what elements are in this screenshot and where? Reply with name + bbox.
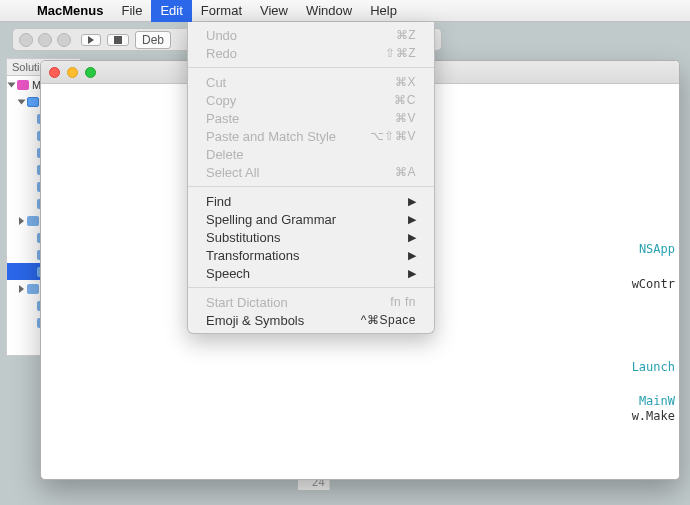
menu-file[interactable]: File bbox=[112, 0, 151, 22]
disclosure-triangle-icon[interactable] bbox=[19, 285, 24, 293]
shortcut-label: ⌘V bbox=[395, 111, 416, 125]
disclosure-triangle-icon[interactable] bbox=[18, 99, 26, 104]
menu-item-substitutions[interactable]: Substitutions▶ bbox=[188, 228, 434, 246]
fld-icon bbox=[27, 216, 39, 226]
window-control-icon[interactable] bbox=[19, 33, 33, 47]
menu-separator bbox=[188, 186, 434, 187]
menu-item-cut: Cut⌘X bbox=[188, 73, 434, 91]
menu-window[interactable]: Window bbox=[297, 0, 361, 22]
submenu-arrow-icon: ▶ bbox=[408, 231, 416, 244]
code-token: Launch bbox=[632, 360, 675, 374]
config-dropdown[interactable]: Deb bbox=[135, 31, 171, 49]
app-name[interactable]: MacMenus bbox=[28, 3, 112, 18]
pink-icon bbox=[17, 80, 29, 90]
menu-item-copy: Copy⌘C bbox=[188, 91, 434, 109]
code-token: NSApp bbox=[639, 242, 675, 256]
menu-item-label: Transformations bbox=[206, 248, 408, 263]
code-token: w.Make bbox=[632, 409, 675, 423]
disclosure-triangle-icon[interactable] bbox=[19, 217, 24, 225]
submenu-arrow-icon: ▶ bbox=[408, 249, 416, 262]
shortcut-label: fn fn bbox=[390, 295, 416, 309]
shortcut-label: ⌘A bbox=[395, 165, 416, 179]
shortcut-label: ⌥⇧⌘V bbox=[370, 129, 416, 143]
shortcut-label: ^⌘Space bbox=[361, 313, 416, 327]
fld-icon bbox=[27, 284, 39, 294]
menu-format[interactable]: Format bbox=[192, 0, 251, 22]
menu-item-paste-and-match-style: Paste and Match Style⌥⇧⌘V bbox=[188, 127, 434, 145]
menu-item-spelling-and-grammar[interactable]: Spelling and Grammar▶ bbox=[188, 210, 434, 228]
edit-dropdown: Undo⌘ZRedo⇧⌘ZCut⌘XCopy⌘CPaste⌘VPaste and… bbox=[187, 22, 435, 334]
config-label: Deb bbox=[142, 33, 164, 47]
code-token: MainW bbox=[639, 394, 675, 408]
menu-item-paste: Paste⌘V bbox=[188, 109, 434, 127]
window-control-icon[interactable] bbox=[57, 33, 71, 47]
menu-item-label: Delete bbox=[206, 147, 416, 162]
menu-item-label: Cut bbox=[206, 75, 395, 90]
minimize-icon[interactable] bbox=[67, 67, 78, 78]
menu-help[interactable]: Help bbox=[361, 0, 406, 22]
menu-item-label: Redo bbox=[206, 46, 385, 61]
menu-view[interactable]: View bbox=[251, 0, 297, 22]
close-icon[interactable] bbox=[49, 67, 60, 78]
zoom-icon[interactable] bbox=[85, 67, 96, 78]
win-icon bbox=[27, 97, 39, 107]
menu-item-label: Select All bbox=[206, 165, 395, 180]
menu-edit[interactable]: Edit bbox=[151, 0, 191, 22]
menu-item-find[interactable]: Find▶ bbox=[188, 192, 434, 210]
menu-item-label: Find bbox=[206, 194, 408, 209]
submenu-arrow-icon: ▶ bbox=[408, 195, 416, 208]
shortcut-label: ⇧⌘Z bbox=[385, 46, 416, 60]
menu-separator bbox=[188, 287, 434, 288]
menu-item-delete: Delete bbox=[188, 145, 434, 163]
shortcut-label: ⌘Z bbox=[396, 28, 416, 42]
menu-item-label: Undo bbox=[206, 28, 396, 43]
menu-item-redo: Redo⇧⌘Z bbox=[188, 44, 434, 62]
menu-item-select-all: Select All⌘A bbox=[188, 163, 434, 181]
menu-item-start-dictation: Start Dictationfn fn bbox=[188, 293, 434, 311]
menu-item-label: Spelling and Grammar bbox=[206, 212, 408, 227]
disclosure-triangle-icon[interactable] bbox=[8, 82, 16, 87]
menu-item-speech[interactable]: Speech▶ bbox=[188, 264, 434, 282]
menu-item-emoji-symbols[interactable]: Emoji & Symbols^⌘Space bbox=[188, 311, 434, 329]
menu-item-label: Speech bbox=[206, 266, 408, 281]
stop-icon bbox=[114, 36, 122, 44]
submenu-arrow-icon: ▶ bbox=[408, 267, 416, 280]
menu-item-label: Substitutions bbox=[206, 230, 408, 245]
menu-item-label: Paste bbox=[206, 111, 395, 126]
submenu-arrow-icon: ▶ bbox=[408, 213, 416, 226]
menu-item-label: Paste and Match Style bbox=[206, 129, 370, 144]
code-token: wContr bbox=[632, 277, 675, 291]
shortcut-label: ⌘X bbox=[395, 75, 416, 89]
menu-item-label: Emoji & Symbols bbox=[206, 313, 361, 328]
stop-button[interactable] bbox=[107, 34, 129, 46]
run-button[interactable] bbox=[81, 34, 101, 46]
menu-bar: MacMenus File Edit Format View Window He… bbox=[0, 0, 690, 22]
menu-item-label: Copy bbox=[206, 93, 394, 108]
menu-separator bbox=[188, 67, 434, 68]
menu-item-label: Start Dictation bbox=[206, 295, 390, 310]
shortcut-label: ⌘C bbox=[394, 93, 416, 107]
window-control-icon[interactable] bbox=[38, 33, 52, 47]
menu-item-transformations[interactable]: Transformations▶ bbox=[188, 246, 434, 264]
play-icon bbox=[88, 36, 94, 44]
menu-item-undo: Undo⌘Z bbox=[188, 26, 434, 44]
